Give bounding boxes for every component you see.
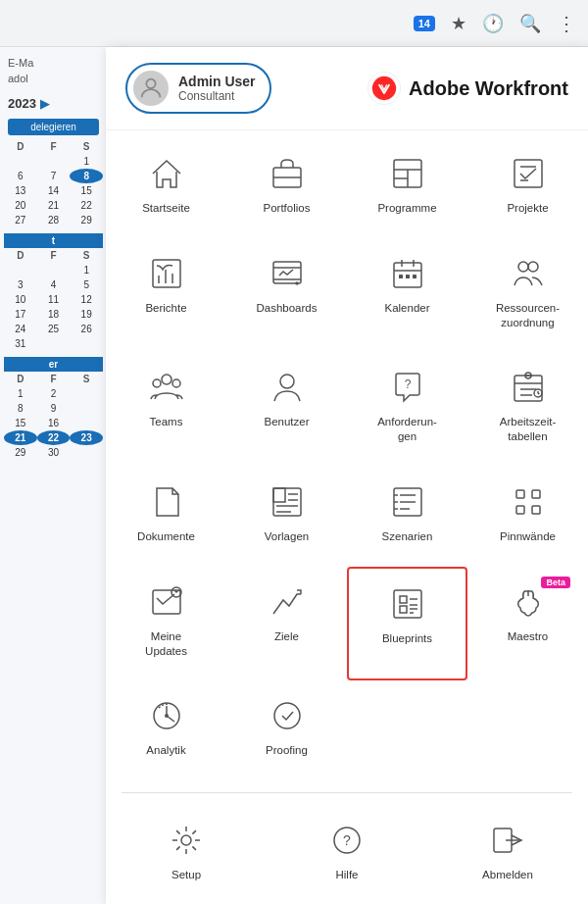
nav-label-blueprints: Blueprints <box>382 631 432 646</box>
tab-count-badge: 14 <box>414 16 435 31</box>
user-name: Admin User <box>178 74 256 89</box>
svg-rect-58 <box>153 590 180 614</box>
nav-item-szenarien[interactable]: Szenarien <box>347 467 467 567</box>
nav-item-projekte[interactable]: Projekte <box>467 138 588 238</box>
svg-point-70 <box>165 714 169 718</box>
nav-item-pinnwaende[interactable]: Pinnwände <box>467 467 588 567</box>
programme-icon <box>386 152 429 195</box>
mini-calendar-3: DFS 12 89 1516 212223 2930 <box>4 372 103 460</box>
nav-label-abmelden: Abmelden <box>482 868 533 882</box>
month-header-2: t <box>4 233 103 248</box>
email-label: E-Ma <box>0 47 107 73</box>
svg-rect-24 <box>406 275 410 278</box>
nav-item-kalender[interactable]: Kalender <box>347 238 467 353</box>
history-icon[interactable]: 🕐 <box>482 13 504 34</box>
workfront-logo <box>368 72 401 105</box>
nav-item-setup[interactable]: Setup <box>106 805 267 892</box>
nav-label-programme: Programme <box>377 201 436 216</box>
nav-item-benutzer[interactable]: Benutzer <box>226 352 347 467</box>
meine-updates-icon <box>145 580 188 624</box>
apps-icon[interactable]: ⋮ <box>557 12 576 35</box>
svg-point-27 <box>528 262 538 272</box>
svg-text:?: ? <box>404 377 411 391</box>
svg-point-31 <box>280 375 294 388</box>
nav-label-ziele: Ziele <box>274 629 299 644</box>
svg-point-0 <box>146 79 155 88</box>
nav-label-projekte: Projekte <box>507 201 548 216</box>
nav-label-anforderungen: Anforderun-gen <box>377 415 437 444</box>
arbeitszeit-icon <box>507 366 550 409</box>
svg-point-71 <box>274 703 300 728</box>
mini-calendar-2: DFS 1 345 101112 171819 242526 31 <box>4 248 103 351</box>
nav-item-abmelden[interactable]: Abmelden <box>427 805 588 892</box>
nav-item-teams[interactable]: Teams <box>106 352 226 467</box>
svg-rect-42 <box>273 488 285 502</box>
brand-name: Adobe Workfront <box>409 77 568 100</box>
nav-item-hilfe[interactable]: ? Hilfe <box>267 805 427 892</box>
nav-label-dokumente: Dokumente <box>137 529 195 544</box>
analytik-icon <box>145 694 188 737</box>
footer-grid: Setup ? Hilfe Abmelden <box>106 797 588 904</box>
nav-item-dokumente[interactable]: Dokumente <box>106 467 226 567</box>
nav-item-dashboards[interactable]: Dashboards <box>226 238 347 353</box>
workfront-brand: Adobe Workfront <box>368 72 568 105</box>
svg-point-18 <box>296 282 298 284</box>
nav-item-meine-updates[interactable]: MeineUpdates <box>106 567 226 681</box>
user-role: Consultant <box>178 89 256 103</box>
svg-rect-57 <box>532 506 540 514</box>
nav-label-pinnwaende: Pinnwände <box>500 529 556 544</box>
nav-item-anforderungen[interactable]: ? Anforderun-gen <box>347 352 467 467</box>
user-info: Admin User Consultant <box>178 74 256 103</box>
nav-grid: Startseite Portfolios Programme Projekte <box>106 130 588 788</box>
szenarien-icon <box>386 480 429 524</box>
blueprints-icon <box>386 582 429 626</box>
nav-label-maestro: Maestro <box>508 629 549 644</box>
nav-item-proofing[interactable]: Proofing <box>226 680 347 780</box>
nav-label-benutzer: Benutzer <box>264 415 309 429</box>
left-panel: E-Ma adol 2023 ▶ delegieren DFS 1 678 13… <box>0 47 108 904</box>
anforderungen-icon: ? <box>386 366 429 409</box>
setup-icon <box>165 819 208 862</box>
nav-item-ressourcen[interactable]: Ressourcen-zuordnung <box>467 238 588 353</box>
nav-label-analytik: Analytik <box>146 743 185 758</box>
benutzer-icon <box>266 366 309 409</box>
nav-item-vorlagen[interactable]: Vorlagen <box>226 467 347 567</box>
projekte-icon <box>507 152 550 195</box>
abmelden-icon <box>486 819 529 862</box>
user-avatar <box>133 71 169 106</box>
briefcase-icon <box>266 152 309 195</box>
calendar-next-arrow[interactable]: ▶ <box>40 97 49 111</box>
nav-label-kalender: Kalender <box>384 301 429 316</box>
svg-rect-25 <box>413 275 416 278</box>
svg-point-29 <box>153 379 161 387</box>
berichte-icon <box>145 252 188 295</box>
nav-item-blueprints[interactable]: Blueprints <box>347 567 467 681</box>
svg-rect-8 <box>514 160 542 187</box>
proofing-icon <box>266 694 309 737</box>
svg-point-30 <box>172 379 180 387</box>
svg-rect-61 <box>400 596 407 603</box>
search-icon[interactable]: 🔍 <box>519 13 541 34</box>
beta-badge: Beta <box>541 577 570 588</box>
nav-label-meine-updates: MeineUpdates <box>145 629 187 659</box>
nav-item-programme[interactable]: Programme <box>347 138 467 238</box>
nav-label-startseite: Startseite <box>142 201 190 216</box>
nav-item-berichte[interactable]: Berichte <box>106 238 226 353</box>
nav-item-portfolios[interactable]: Portfolios <box>226 138 347 238</box>
svg-rect-54 <box>516 490 524 498</box>
nav-item-analytik[interactable]: Analytik <box>106 680 226 780</box>
nav-label-setup: Setup <box>172 868 201 882</box>
nav-item-startseite[interactable]: Startseite <box>106 138 226 238</box>
svg-rect-11 <box>153 260 180 287</box>
hilfe-icon: ? <box>325 819 368 862</box>
month-header-3: er <box>4 357 103 372</box>
user-profile-button[interactable]: Admin User Consultant <box>125 63 271 114</box>
nav-item-arbeitszeit[interactable]: Arbeitszeit-tabellen <box>467 352 588 467</box>
svg-rect-23 <box>399 275 403 278</box>
nav-label-arbeitszeit: Arbeitszeit-tabellen <box>500 415 557 444</box>
nav-item-maestro[interactable]: Beta Maestro <box>467 567 588 681</box>
delegate-button[interactable]: delegieren <box>8 119 99 135</box>
nav-item-ziele[interactable]: Ziele <box>226 567 347 681</box>
vorlagen-icon <box>266 480 309 524</box>
bookmark-icon[interactable]: ★ <box>451 13 466 34</box>
